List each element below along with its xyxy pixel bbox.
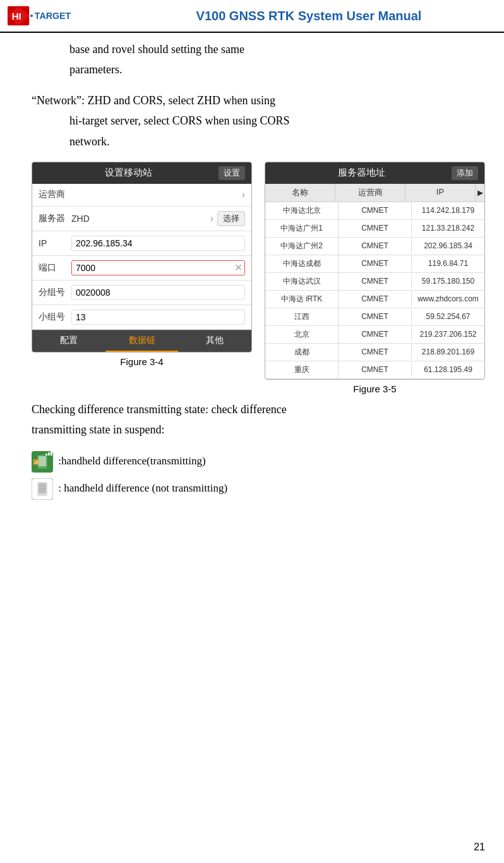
paragraph-2: “Network”: ZHD and CORS, select ZHD when… <box>32 90 485 152</box>
server-label: 服务器 <box>39 213 71 224</box>
transmitting-icon: 📶 <box>32 451 53 473</box>
port-clear-icon[interactable]: ✕ <box>234 262 243 274</box>
figures-row: 设置移动站 设置 运营商 › 服务器 ZHD › 选择 <box>32 162 485 394</box>
server-add-button[interactable]: 添加 <box>452 166 478 180</box>
ip-input[interactable] <box>71 236 245 251</box>
col-arrow-icon: ▶ <box>476 184 484 202</box>
server-cell-ip: 61.128.195.49 <box>412 362 484 377</box>
server-panel: 服务器地址 添加 名称 运营商 IP ▶ 中海达北京 CMNET 114.242… <box>265 162 485 380</box>
tab-config[interactable]: 配置 <box>32 330 105 352</box>
server-cell-name: 中海达成都 <box>265 255 339 272</box>
checking-text1: Checking difference transmitting state: … <box>32 403 287 416</box>
group-input-wrapper <box>71 285 245 300</box>
checking-text2: transmitting state in suspend: <box>32 423 164 436</box>
server-rows-container: 中海达北京 CMNET 114.242.18.179 中海达广州1 CMNET … <box>265 202 484 379</box>
server-cell-name: 中海达广州2 <box>265 238 339 255</box>
figure-3-5-caption: Figure 3-5 <box>265 383 485 394</box>
icon2-label: : handheld difference (not transmitting) <box>58 482 227 494</box>
paragraph-1: base and rovel should setting the same p… <box>69 39 485 80</box>
group-input[interactable] <box>71 285 245 300</box>
server-col-headers: 名称 运营商 IP ▶ <box>265 184 484 202</box>
ip-label: IP <box>39 238 71 248</box>
group-row: 分组号 <box>32 281 251 305</box>
ip-input-wrapper <box>71 236 245 251</box>
server-panel-title: 服务器地址 <box>272 167 452 179</box>
para1b-text: parameters. <box>69 63 122 76</box>
group-label: 分组号 <box>39 287 71 298</box>
svg-text:—: — <box>40 485 46 491</box>
panel-header-title: 设置移动站 <box>39 167 219 179</box>
server-cell-name: 中海达 iRTK <box>265 291 339 308</box>
server-list-item[interactable]: 中海达 iRTK CMNET www.zhdcors.com <box>265 291 484 308</box>
icon1-label: :handheld difference(transmitting) <box>58 455 205 467</box>
svg-rect-9 <box>48 452 50 456</box>
tab-datalink[interactable]: 数据链 <box>105 330 179 352</box>
mobile-panel: 设置移动站 设置 运营商 › 服务器 ZHD › 选择 <box>32 162 252 353</box>
port-row: 端口 ✕ <box>32 256 251 281</box>
server-list-item[interactable]: 中海达广州1 CMNET 121.33.218.242 <box>265 220 484 238</box>
server-choose-button[interactable]: 选择 <box>217 211 245 226</box>
server-list-item[interactable]: 江西 CMNET 59.52.254.67 <box>265 308 484 326</box>
server-cell-name: 中海达广州1 <box>265 220 339 237</box>
carrier-arrow-icon[interactable]: › <box>242 189 245 200</box>
server-cell-carrier: CMNET <box>339 291 412 306</box>
panel-settings-button[interactable]: 设置 <box>219 166 245 180</box>
server-cell-ip: 121.33.218.242 <box>412 220 484 236</box>
panel-tabs: 配置 数据链 其他 <box>32 330 251 352</box>
server-cell-ip: 219.237.206.152 <box>412 327 484 342</box>
logo-image: HI TARGET <box>8 4 80 28</box>
subgroup-input[interactable] <box>71 310 245 325</box>
server-list-item[interactable]: 中海达成都 CMNET 119.6.84.71 <box>265 255 484 273</box>
col-name-header: 名称 <box>265 184 335 202</box>
port-input[interactable] <box>71 260 245 275</box>
para2-line1: “Network”: ZHD and CORS, select ZHD when… <box>32 94 275 107</box>
server-list-item[interactable]: 重庆 CMNET 61.128.195.49 <box>265 361 484 379</box>
logo-area: HI TARGET <box>8 4 121 28</box>
server-cell-name: 江西 <box>265 308 339 325</box>
para2-line2: hi-target server, select CORS when using… <box>69 111 485 131</box>
server-list-item[interactable]: 中海达北京 CMNET 114.242.18.179 <box>265 202 484 220</box>
icon1-row: 📶 :handheld difference(transmitting) <box>32 450 485 473</box>
subgroup-input-wrapper <box>71 310 245 325</box>
svg-text:📶: 📶 <box>33 459 39 465</box>
server-cell-name: 成都 <box>265 344 339 361</box>
server-cell-carrier: CMNET <box>339 309 412 324</box>
svg-rect-7 <box>39 456 46 466</box>
server-cell-carrier: CMNET <box>339 203 412 218</box>
server-cell-ip: 114.242.18.179 <box>412 203 484 218</box>
server-cell-ip: 59.175.180.150 <box>412 274 484 289</box>
not-transmitting-icon: — <box>32 478 53 500</box>
server-row: 服务器 ZHD › 选择 <box>32 207 251 231</box>
server-cell-name: 中海达北京 <box>265 202 339 219</box>
svg-rect-10 <box>51 451 52 456</box>
server-list-item[interactable]: 北京 CMNET 219.237.206.152 <box>265 326 484 344</box>
main-content: base and rovel should setting the same p… <box>0 33 504 517</box>
server-cell-ip: 59.52.254.67 <box>412 309 484 324</box>
server-cell-name: 重庆 <box>265 361 339 378</box>
server-list-item[interactable]: 中海达武汉 CMNET 59.175.180.150 <box>265 273 484 291</box>
server-cell-ip: 202.96.185.34 <box>412 238 484 253</box>
svg-text:TARGET: TARGET <box>35 11 71 21</box>
server-cell-carrier: CMNET <box>339 256 412 271</box>
server-cell-carrier: CMNET <box>339 362 412 377</box>
page-number: 21 <box>474 842 485 853</box>
server-cell-ip: www.zhdcors.com <box>412 291 484 306</box>
server-cell-carrier: CMNET <box>339 238 412 253</box>
carrier-row: 运营商 › <box>32 184 251 207</box>
server-list-item[interactable]: 成都 CMNET 218.89.201.169 <box>265 344 484 361</box>
para1-text: base and rovel should setting the same <box>69 43 244 56</box>
figure-3-5-block: 服务器地址 添加 名称 运营商 IP ▶ 中海达北京 CMNET 114.242… <box>265 162 485 394</box>
server-panel-header: 服务器地址 添加 <box>265 162 484 184</box>
server-cell-ip: 119.6.84.71 <box>412 256 484 271</box>
figure-3-4-block: 设置移动站 设置 运营商 › 服务器 ZHD › 选择 <box>32 162 252 367</box>
subgroup-row: 小组号 <box>32 305 251 330</box>
page-header: HI TARGET V100 GNSS RTK System User Manu… <box>0 0 504 33</box>
server-cell-carrier: CMNET <box>339 274 412 289</box>
tab-other[interactable]: 其他 <box>178 330 251 352</box>
server-cell-carrier: CMNET <box>339 220 412 236</box>
server-list-item[interactable]: 中海达广州2 CMNET 202.96.185.34 <box>265 238 484 255</box>
server-arrow-icon: › <box>210 213 213 224</box>
svg-rect-8 <box>45 454 47 456</box>
server-cell-carrier: CMNET <box>339 344 412 359</box>
server-cell-name: 北京 <box>265 326 339 343</box>
